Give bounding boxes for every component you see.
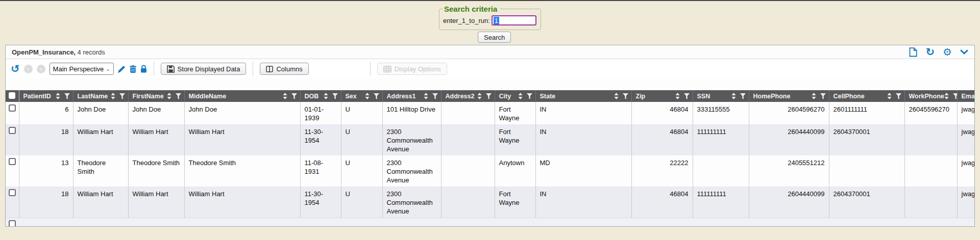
column-header-address1[interactable]: Address1 bbox=[382, 90, 441, 102]
column-header-last_name[interactable]: LastName bbox=[73, 90, 128, 102]
cell-first_name: Theodore Smith bbox=[128, 155, 184, 186]
row-checkbox[interactable] bbox=[9, 220, 16, 227]
row-checkbox[interactable] bbox=[9, 104, 16, 112]
search-criteria-fieldset: Search criteria enter_1_to_run: 1 bbox=[439, 5, 541, 30]
sort-icon[interactable] bbox=[675, 93, 680, 99]
search-criteria-section: Search criteria enter_1_to_run: 1 Search bbox=[0, 1, 980, 45]
lock-icon[interactable] bbox=[140, 65, 147, 73]
sort-icon[interactable] bbox=[477, 93, 482, 99]
previous-icon[interactable]: ‹ bbox=[24, 65, 33, 73]
filter-icon[interactable] bbox=[176, 93, 181, 99]
trash-icon[interactable] bbox=[130, 65, 136, 73]
column-header-city[interactable]: City bbox=[495, 90, 535, 102]
filter-icon[interactable] bbox=[527, 93, 532, 99]
table-header-row: PatientIDLastNameFirstNameMiddleNameDOBS… bbox=[6, 90, 974, 102]
filter-icon[interactable] bbox=[374, 93, 379, 99]
columns-button[interactable]: Columns bbox=[260, 63, 308, 75]
sort-icon[interactable] bbox=[731, 93, 736, 99]
filter-icon[interactable] bbox=[953, 93, 957, 99]
toolbar-separator bbox=[253, 62, 253, 76]
undo-icon[interactable]: ↺ bbox=[11, 64, 20, 74]
row-select-cell bbox=[6, 102, 19, 124]
sort-icon[interactable] bbox=[944, 93, 949, 99]
select-all-checkbox[interactable] bbox=[6, 90, 19, 102]
cell-address2 bbox=[441, 102, 495, 124]
cell-address1: 2300 Commonwealth Avenue bbox=[382, 155, 441, 186]
row-checkbox[interactable] bbox=[9, 189, 16, 196]
filter-icon[interactable] bbox=[896, 93, 901, 99]
store-displayed-data-button[interactable]: Store Displayed Data bbox=[161, 63, 247, 75]
cell-zip: 46804 bbox=[631, 124, 693, 155]
sort-icon[interactable] bbox=[424, 93, 428, 99]
cell-cell_phone: 2604370001 bbox=[829, 186, 904, 218]
cell-sex: U bbox=[341, 186, 382, 218]
filter-icon[interactable] bbox=[486, 93, 492, 99]
sort-icon[interactable] bbox=[518, 93, 523, 99]
row-select-cell bbox=[6, 186, 19, 218]
cell-address2 bbox=[441, 124, 495, 155]
data-grid-panel: OpenPM_Insurance, 4 records ↻ ⚙ ↺ ‹ › Ma… bbox=[5, 45, 975, 227]
filter-icon[interactable] bbox=[432, 93, 438, 99]
cell-work_phone bbox=[904, 124, 957, 155]
grid-icon bbox=[383, 66, 391, 72]
row-checkbox[interactable] bbox=[9, 127, 16, 134]
column-label: HomePhone bbox=[753, 93, 791, 100]
row-select-cell bbox=[6, 124, 19, 155]
filter-icon[interactable] bbox=[684, 93, 690, 99]
cell-work_phone bbox=[904, 155, 957, 186]
cell-first_name: William Hart bbox=[128, 124, 184, 155]
enter-1-to-run-input[interactable]: 1 bbox=[492, 15, 536, 25]
column-header-dob[interactable]: DOB bbox=[300, 90, 341, 102]
perspective-select[interactable]: Main Perspective ⌄ bbox=[50, 63, 114, 75]
filter-icon[interactable] bbox=[119, 93, 125, 99]
column-header-middle_name[interactable]: MiddleName bbox=[184, 90, 300, 102]
cell-ssn: 111111111 bbox=[693, 186, 749, 218]
column-header-zip[interactable]: Zip bbox=[631, 90, 693, 102]
column-header-state[interactable]: State bbox=[535, 90, 631, 102]
sort-icon[interactable] bbox=[283, 93, 287, 99]
cell-state: IN bbox=[535, 186, 631, 218]
column-header-email[interactable]: Email bbox=[957, 90, 974, 102]
panel-title: OpenPM_Insurance, 4 records bbox=[12, 48, 105, 56]
sort-icon[interactable] bbox=[614, 93, 619, 99]
column-header-first_name[interactable]: FirstName bbox=[128, 90, 184, 102]
chevron-down-icon[interactable] bbox=[960, 49, 968, 55]
column-header-ssn[interactable]: SSN bbox=[693, 90, 749, 102]
pencil-icon[interactable] bbox=[118, 65, 126, 73]
search-button[interactable]: Search bbox=[478, 32, 511, 43]
cell-address2 bbox=[441, 186, 495, 218]
column-label: State bbox=[540, 93, 556, 100]
column-header-work_phone[interactable]: WorkPhone bbox=[904, 90, 957, 102]
cell-sex: U bbox=[341, 102, 382, 124]
row-select-cell bbox=[6, 155, 19, 186]
filter-icon[interactable] bbox=[623, 93, 628, 99]
filter-icon[interactable] bbox=[740, 93, 746, 99]
row-checkbox[interactable] bbox=[9, 158, 16, 165]
cell-work_phone bbox=[904, 186, 957, 218]
refresh-icon[interactable]: ↻ bbox=[925, 47, 935, 57]
sort-icon[interactable] bbox=[812, 93, 816, 99]
filter-icon[interactable] bbox=[332, 93, 338, 99]
cell-address1: 101 Hilltop Drive bbox=[382, 102, 441, 124]
filter-icon[interactable] bbox=[64, 93, 70, 99]
column-header-cell_phone[interactable]: CellPhone bbox=[829, 90, 904, 102]
sort-icon[interactable] bbox=[887, 93, 892, 99]
sort-icon[interactable] bbox=[365, 93, 370, 99]
sort-icon[interactable] bbox=[167, 93, 172, 99]
column-header-sex[interactable]: Sex bbox=[341, 90, 382, 102]
column-header-patient_id[interactable]: PatientID bbox=[19, 90, 73, 102]
column-header-home_phone[interactable]: HomePhone bbox=[749, 90, 829, 102]
filter-icon[interactable] bbox=[820, 93, 826, 99]
cell-last_name: William Hart bbox=[73, 124, 128, 155]
sort-icon[interactable] bbox=[111, 93, 115, 99]
filter-icon[interactable] bbox=[291, 93, 297, 99]
column-header-address2[interactable]: Address2 bbox=[441, 90, 495, 102]
gear-icon[interactable]: ⚙ bbox=[943, 46, 952, 58]
sort-icon[interactable] bbox=[324, 93, 328, 99]
new-document-icon[interactable] bbox=[909, 47, 917, 57]
cell-ssn bbox=[693, 155, 749, 186]
table-row: 18William HartWilliam HartWilliam Hart11… bbox=[6, 186, 974, 218]
cell-email: jwago bbox=[957, 102, 974, 124]
sort-icon[interactable] bbox=[56, 93, 60, 99]
next-icon[interactable]: › bbox=[37, 65, 45, 73]
